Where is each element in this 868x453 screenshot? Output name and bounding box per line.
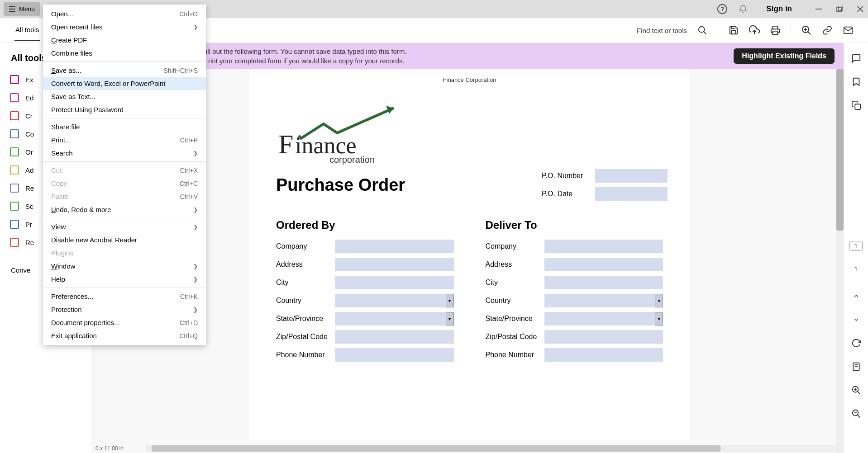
page-up-icon[interactable] — [851, 291, 862, 302]
tool-icon — [10, 184, 19, 193]
zoom-plus-icon[interactable] — [801, 25, 812, 36]
print-icon[interactable] — [770, 25, 781, 36]
menu-item-label: View — [51, 223, 193, 231]
menu-item-plugins: Plugins — [43, 246, 206, 260]
page-number-input[interactable]: 1 — [849, 241, 863, 251]
menu-item-protect-using-password[interactable]: Protect Using Password — [43, 103, 206, 116]
tool-label: Or — [25, 148, 33, 156]
maximize-icon[interactable] — [835, 5, 844, 13]
svg-rect-1 — [837, 7, 841, 12]
tool-label: Sc — [25, 203, 33, 210]
menu-item-combine-files[interactable]: Combine files — [43, 47, 206, 60]
menu-item-help[interactable]: Help❯ — [43, 273, 206, 286]
chevron-right-icon: ❯ — [193, 24, 198, 30]
menu-item-label: Combine files — [51, 49, 198, 57]
dt-city-field[interactable] — [544, 276, 663, 289]
menu-item-label: Open recent files — [51, 23, 193, 31]
menu-item-preferences[interactable]: Preferences...Ctrl+K — [43, 290, 206, 303]
ob-country-select[interactable]: ▾ — [335, 294, 454, 307]
signin-link[interactable]: Sign in — [766, 5, 792, 14]
menu-item-save-as[interactable]: Save as...Shift+Ctrl+S — [43, 64, 206, 77]
tool-icon — [10, 165, 19, 175]
link-icon[interactable] — [822, 25, 833, 36]
warn-line2: rint your completed form if you would li… — [206, 56, 407, 66]
tool-label: Ex — [25, 76, 33, 84]
zoom-out-icon[interactable] — [851, 408, 862, 419]
menu-item-paste: PasteCtrl+V — [43, 190, 206, 203]
menu-item-label: Save as Text... — [51, 93, 198, 100]
comment-icon[interactable] — [851, 53, 862, 64]
menu-item-view[interactable]: View❯ — [43, 220, 206, 233]
menu-item-window[interactable]: Window❯ — [43, 260, 206, 273]
menu-item-share-file[interactable]: Share file — [43, 120, 206, 133]
bell-icon[interactable] — [737, 3, 749, 15]
chevron-right-icon: ❯ — [193, 207, 198, 213]
deliver-to-title: Deliver To — [486, 219, 663, 231]
menu-item-cut: CutCtrl+X — [43, 164, 206, 177]
ob-state-select[interactable]: ▾ — [335, 312, 454, 326]
highlight-fields-button[interactable]: Highlight Existing Fields — [734, 48, 835, 64]
ob-address-field[interactable] — [335, 258, 454, 271]
menu-item-save-as-text[interactable]: Save as Text... — [43, 90, 206, 103]
dt-phone-field[interactable] — [544, 348, 663, 362]
dt-company-field[interactable] — [544, 240, 663, 253]
horizontal-scrollbar[interactable] — [146, 445, 840, 452]
tool-label: Re — [25, 184, 34, 192]
tool-icon — [10, 75, 19, 84]
ob-phone-field[interactable] — [335, 348, 454, 362]
menu-item-label: Search — [51, 149, 193, 157]
page-fit-icon[interactable] — [851, 361, 862, 372]
menu-item-label: Save as... — [51, 66, 164, 74]
menu-item-undo-redo-more[interactable]: Undo, Redo & more❯ — [43, 203, 206, 216]
dt-country-select[interactable]: ▾ — [544, 294, 663, 307]
menu-shortcut: Ctrl+K — [180, 293, 198, 300]
page-down-icon[interactable] — [851, 314, 862, 325]
rotate-icon[interactable] — [851, 338, 862, 349]
chevron-down-icon: ▾ — [655, 312, 663, 326]
tab-all-tools[interactable]: All tools — [14, 19, 40, 41]
ob-city-field[interactable] — [335, 276, 454, 289]
menu-item-convert-to-word-excel-or-powerpoint[interactable]: Convert to Word, Excel or PowerPoint — [43, 77, 206, 90]
bookmark-icon[interactable] — [851, 76, 862, 87]
ob-company-field[interactable] — [335, 240, 454, 253]
menu-item-label: Create PDF — [51, 36, 198, 44]
menu-item-exit-application[interactable]: Exit applicationCtrl+Q — [43, 329, 206, 342]
search-icon[interactable] — [697, 25, 708, 36]
ob-zip-field[interactable] — [335, 330, 454, 344]
chevron-right-icon: ❯ — [193, 263, 198, 269]
svg-line-25 — [857, 392, 860, 394]
menu-item-print[interactable]: Print...Ctrl+P — [43, 133, 206, 146]
right-rail: 1 1 — [844, 43, 868, 453]
vertical-scrollbar[interactable] — [836, 69, 844, 453]
menu-item-open-recent-files[interactable]: Open recent files❯ — [43, 20, 206, 33]
po-number-field[interactable] — [595, 169, 668, 183]
dt-address-field[interactable] — [544, 258, 663, 271]
dt-state-select[interactable]: ▾ — [544, 312, 663, 326]
copy-icon[interactable] — [851, 100, 862, 111]
zoom-in-icon[interactable] — [851, 385, 862, 396]
page-dimensions: 0 x 11.00 in — [93, 445, 143, 452]
menu-item-create-pdf[interactable]: Create PDF — [43, 33, 206, 47]
menu-item-label: Plugins — [51, 249, 198, 257]
menu-item-protection[interactable]: Protection❯ — [43, 303, 206, 316]
menu-item-disable-new-acrobat-reader[interactable]: Disable new Acrobat Reader — [43, 233, 206, 246]
svg-rect-2 — [838, 6, 843, 10]
mail-icon[interactable] — [843, 25, 854, 36]
svg-point-18 — [298, 135, 301, 138]
chevron-down-icon: ▾ — [655, 294, 663, 307]
menu-item-open[interactable]: Open...Ctrl+O — [43, 7, 206, 20]
close-icon[interactable] — [856, 5, 864, 13]
menu-shortcut: Ctrl+C — [180, 180, 198, 187]
po-date-field[interactable] — [595, 187, 668, 201]
warn-line1: ill out the following form. You cannot s… — [206, 47, 407, 56]
save-icon[interactable] — [728, 25, 739, 36]
dt-zip-field[interactable] — [544, 330, 663, 344]
menu-button[interactable]: Menu — [4, 2, 40, 16]
file-menu-dropdown: Open...Ctrl+OOpen recent files❯Create PD… — [43, 5, 206, 345]
help-icon[interactable]: ? — [716, 3, 728, 15]
doc-title: Purchase Order — [276, 175, 405, 195]
menu-item-document-properties[interactable]: Document properties...Ctrl+D — [43, 316, 206, 329]
minimize-icon[interactable] — [815, 5, 823, 13]
menu-item-search[interactable]: Search❯ — [43, 146, 206, 160]
upload-cloud-icon[interactable] — [749, 25, 760, 36]
